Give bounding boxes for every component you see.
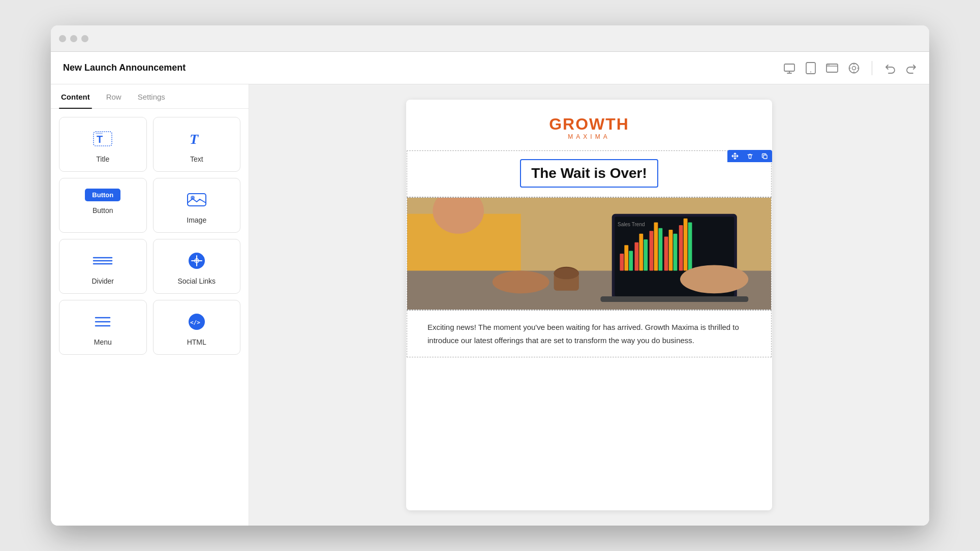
svg-rect-3 xyxy=(826,64,838,72)
app-window: New Launch Announcement xyxy=(51,25,929,526)
app-body: Content Row Settings T xyxy=(51,84,929,526)
email-body-text: Exciting news! The moment you've been wa… xyxy=(427,321,751,347)
divider-icon xyxy=(91,250,114,272)
block-text-label: Text xyxy=(190,155,203,163)
block-image-label: Image xyxy=(187,216,206,224)
block-divider-label: Divider xyxy=(91,277,114,285)
svg-text:</>: </> xyxy=(190,319,200,326)
svg-rect-39 xyxy=(635,242,639,271)
html-icon: </> xyxy=(186,311,208,333)
email-canvas: GROWTH MAXIMA xyxy=(406,100,772,510)
desktop-icon[interactable] xyxy=(783,62,795,74)
logo-name: GROWTH xyxy=(426,116,752,132)
block-text[interactable]: T Text xyxy=(153,117,241,172)
header-divider xyxy=(872,61,872,75)
svg-rect-36 xyxy=(620,254,624,271)
block-html-label: HTML xyxy=(187,338,206,346)
preview-icon[interactable] xyxy=(826,63,838,74)
block-html[interactable]: </> HTML xyxy=(153,300,241,355)
tab-settings[interactable]: Settings xyxy=(136,84,167,108)
tablet-icon[interactable] xyxy=(806,62,816,74)
block-social-links-label: Social Links xyxy=(177,277,216,285)
svg-rect-51 xyxy=(600,296,748,302)
image-section[interactable]: Sales Trend xyxy=(407,197,772,310)
block-social-links[interactable]: Social Links xyxy=(153,239,241,294)
svg-rect-47 xyxy=(673,234,678,271)
tab-content[interactable]: Content xyxy=(59,84,92,108)
delete-button[interactable] xyxy=(743,150,757,162)
svg-point-5 xyxy=(829,65,830,66)
svg-rect-40 xyxy=(639,234,643,271)
svg-text:Sales Trend: Sales Trend xyxy=(618,222,645,227)
header-toolbar xyxy=(783,61,917,75)
page-title: New Launch Announcement xyxy=(63,63,783,73)
block-menu[interactable]: Menu xyxy=(59,300,147,355)
svg-rect-50 xyxy=(688,222,692,270)
title-icon: T xyxy=(91,128,114,150)
svg-rect-42 xyxy=(650,231,654,270)
block-title[interactable]: T Title xyxy=(59,117,147,172)
duplicate-button[interactable] xyxy=(757,150,772,162)
social-links-icon xyxy=(186,250,208,272)
move-button[interactable] xyxy=(727,150,743,162)
title-section[interactable]: The Wait is Over! xyxy=(407,150,772,197)
svg-rect-43 xyxy=(654,222,658,270)
selection-toolbar xyxy=(727,150,772,162)
button-preview: Button xyxy=(85,189,120,201)
maximize-button[interactable] xyxy=(81,35,88,42)
settings-circle-icon[interactable] xyxy=(848,63,860,74)
titlebar xyxy=(51,25,929,52)
canvas-area[interactable]: GROWTH MAXIMA xyxy=(249,84,929,526)
svg-rect-10 xyxy=(96,133,103,134)
redo-icon[interactable] xyxy=(906,63,917,74)
svg-rect-38 xyxy=(629,251,633,270)
svg-rect-0 xyxy=(784,64,794,71)
svg-rect-49 xyxy=(684,219,688,271)
svg-rect-41 xyxy=(644,239,648,271)
svg-point-2 xyxy=(810,71,811,72)
svg-rect-48 xyxy=(679,225,683,271)
svg-rect-46 xyxy=(669,230,673,271)
image-icon xyxy=(186,189,208,211)
undo-icon[interactable] xyxy=(884,63,896,74)
header: New Launch Announcement xyxy=(51,52,929,84)
block-menu-label: Menu xyxy=(94,338,112,346)
svg-rect-25 xyxy=(763,155,767,159)
logo-subtitle: MAXIMA xyxy=(426,133,752,140)
email-heading[interactable]: The Wait is Over! xyxy=(520,159,658,188)
tab-row[interactable]: Row xyxy=(104,84,124,108)
block-title-label: Title xyxy=(96,155,109,163)
svg-rect-12 xyxy=(188,194,206,206)
svg-point-7 xyxy=(852,66,856,70)
text-section[interactable]: Exciting news! The moment you've been wa… xyxy=(407,310,772,357)
svg-rect-45 xyxy=(664,236,668,270)
svg-text:T: T xyxy=(190,131,199,147)
sidebar: Content Row Settings T xyxy=(51,84,249,526)
app-content: New Launch Announcement xyxy=(51,52,929,526)
traffic-lights xyxy=(59,35,88,42)
block-button-label: Button xyxy=(93,206,113,215)
email-logo-section: GROWTH MAXIMA xyxy=(406,100,772,150)
text-icon: T xyxy=(186,128,208,150)
svg-point-32 xyxy=(554,268,579,279)
minimize-button[interactable] xyxy=(70,35,77,42)
sidebar-tabs: Content Row Settings xyxy=(51,84,249,109)
close-button[interactable] xyxy=(59,35,66,42)
svg-point-52 xyxy=(680,265,748,293)
svg-text:T: T xyxy=(97,134,103,145)
svg-rect-37 xyxy=(624,245,628,270)
svg-rect-44 xyxy=(658,228,662,271)
svg-point-53 xyxy=(493,271,549,294)
button-icon: Button xyxy=(85,189,120,201)
block-image[interactable]: Image xyxy=(153,178,241,233)
content-blocks-grid: T Title T Text xyxy=(51,109,249,363)
menu-icon xyxy=(91,311,114,333)
block-divider[interactable]: Divider xyxy=(59,239,147,294)
block-button[interactable]: Button Button xyxy=(59,178,147,233)
svg-point-4 xyxy=(828,65,829,66)
